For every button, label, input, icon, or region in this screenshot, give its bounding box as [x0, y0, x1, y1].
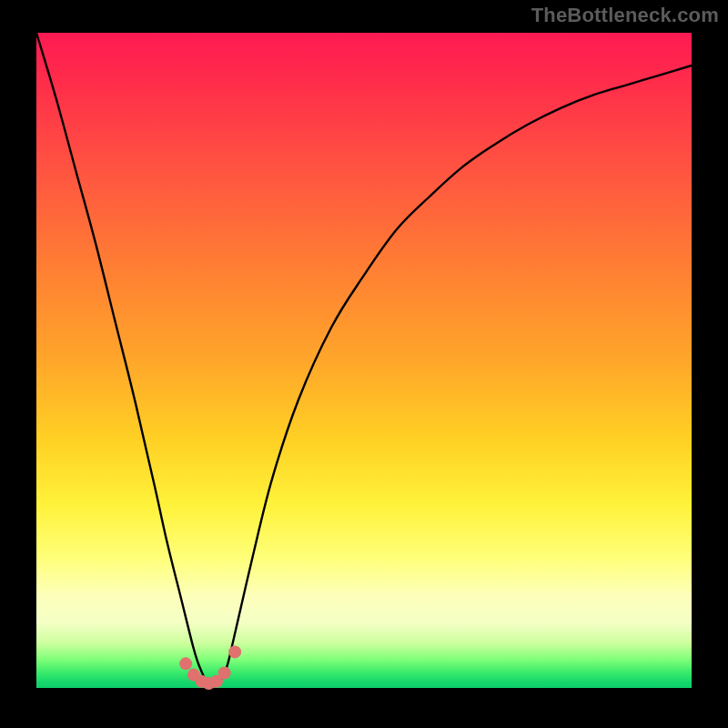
- trough-dot: [179, 657, 192, 670]
- trough-dot: [218, 666, 231, 679]
- curve-svg: [36, 33, 692, 688]
- plot-area: [36, 33, 692, 688]
- trough-dot: [228, 645, 241, 658]
- chart-frame: TheBottleneck.com: [0, 0, 728, 728]
- trough-marker-group: [179, 645, 241, 690]
- watermark-text: TheBottleneck.com: [531, 4, 719, 27]
- bottleneck-curve: [36, 33, 692, 684]
